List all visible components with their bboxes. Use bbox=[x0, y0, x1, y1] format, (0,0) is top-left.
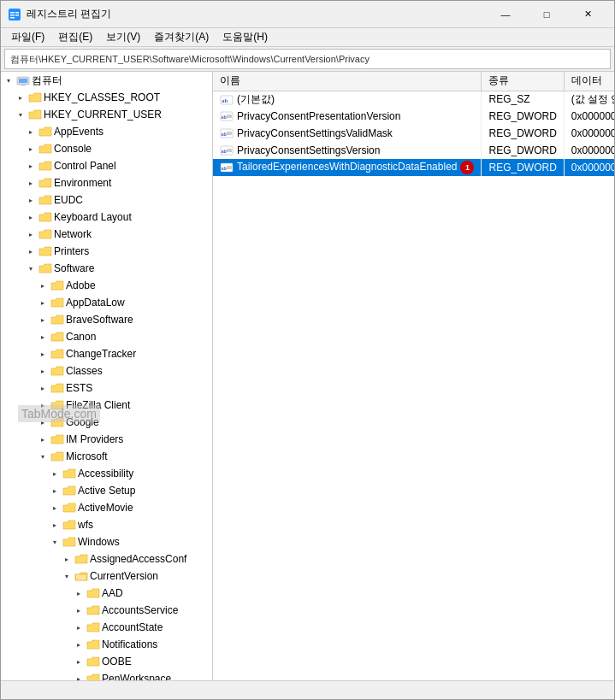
tree-item-1[interactable]: Console bbox=[1, 140, 212, 157]
folder-icon-29 bbox=[86, 621, 100, 633]
tree-item-6[interactable]: Network bbox=[1, 226, 212, 243]
svg-rect-3 bbox=[10, 17, 15, 19]
tree-item-hkcu[interactable]: HKEY_CURRENT_USER bbox=[1, 106, 212, 123]
svg-marker-27 bbox=[51, 401, 63, 409]
svg-marker-9 bbox=[29, 93, 41, 102]
tree-item-10[interactable]: AppDataLow bbox=[1, 294, 212, 311]
svg-marker-28 bbox=[51, 418, 63, 426]
tree-item-32[interactable]: PenWorkspace bbox=[1, 670, 212, 680]
expand-arrow-22 bbox=[49, 502, 61, 514]
menu-item-a[interactable]: 즐겨찾기(A) bbox=[147, 28, 216, 46]
tree-label-7: Printers bbox=[54, 245, 89, 257]
close-button[interactable]: ✕ bbox=[568, 1, 607, 28]
svg-marker-17 bbox=[39, 230, 51, 238]
tree-item-8[interactable]: Software bbox=[1, 260, 212, 277]
tree-item-12[interactable]: Canon bbox=[1, 328, 212, 345]
tree-item-26[interactable]: CurrentVersion bbox=[1, 568, 212, 585]
tree-item-23[interactable]: wfs bbox=[1, 516, 212, 533]
tree-item-30[interactable]: Notifications bbox=[1, 636, 212, 653]
tree-item-13[interactable]: ChangeTracker bbox=[1, 345, 212, 362]
tree-label-9: Adobe bbox=[66, 279, 96, 291]
cell-data-2: 0x0000003f (63) bbox=[564, 125, 614, 142]
expand-arrow-6 bbox=[25, 228, 37, 240]
tree-label-15: ESTS bbox=[66, 382, 92, 394]
reg-icon-3: ab bbox=[220, 144, 234, 156]
minimize-button[interactable]: — bbox=[486, 1, 525, 28]
tree-item-19[interactable]: Microsoft bbox=[1, 448, 212, 465]
table-row-4[interactable]: abTailoredExperiencesWithDiagnosticDataE… bbox=[213, 159, 614, 176]
expand-arrow-1 bbox=[25, 143, 37, 155]
svg-rect-60 bbox=[227, 149, 232, 152]
tree-item-21[interactable]: Active Setup bbox=[1, 482, 212, 499]
tree-item-31[interactable]: OOBE bbox=[1, 653, 212, 670]
tree-label-29: AccountState bbox=[102, 621, 163, 633]
tree-item-7[interactable]: Printers bbox=[1, 243, 212, 260]
folder-icon-32 bbox=[86, 673, 100, 680]
expand-arrow-2 bbox=[25, 160, 37, 172]
expand-arrow-25 bbox=[61, 553, 73, 565]
table-row-2[interactable]: abPrivacyConsentSettingsValidMaskREG_DWO… bbox=[213, 125, 614, 142]
svg-rect-54 bbox=[227, 115, 232, 118]
cell-name-2: abPrivacyConsentSettingsValidMask bbox=[213, 125, 482, 142]
expand-arrow-30 bbox=[73, 638, 85, 650]
svg-marker-18 bbox=[39, 247, 51, 256]
window-controls: — □ ✕ bbox=[486, 1, 607, 28]
col-data: 데이터 bbox=[564, 72, 614, 91]
tree-item-24[interactable]: Windows bbox=[1, 533, 212, 550]
tree-label-5: Keyboard Layout bbox=[54, 211, 132, 223]
tree-item-18[interactable]: IM Providers bbox=[1, 431, 212, 448]
folder-icon-19 bbox=[50, 450, 64, 462]
svg-marker-39 bbox=[87, 589, 99, 597]
expand-arrow-18 bbox=[37, 433, 49, 445]
tree-item-2[interactable]: Control Panel bbox=[1, 157, 212, 174]
maximize-button[interactable]: □ bbox=[527, 1, 566, 28]
table-row-3[interactable]: abPrivacyConsentSettingsVersionREG_DWORD… bbox=[213, 142, 614, 159]
expand-arrow-12 bbox=[37, 331, 49, 343]
tree-item-29[interactable]: AccountState bbox=[1, 619, 212, 636]
svg-rect-5 bbox=[15, 15, 19, 16]
computer-icon bbox=[16, 74, 30, 86]
tree-item-22[interactable]: ActiveMovie bbox=[1, 499, 212, 516]
folder-icon-9 bbox=[50, 279, 64, 291]
expand-hkcu bbox=[15, 109, 27, 121]
tree-item-20[interactable]: Accessibility bbox=[1, 465, 212, 482]
expand-arrow-23 bbox=[49, 519, 61, 531]
tree-item-28[interactable]: AccountsService bbox=[1, 602, 212, 619]
tree-item-14[interactable]: Classes bbox=[1, 362, 212, 379]
cell-type-0: REG_SZ bbox=[482, 91, 564, 108]
reg-name-2: PrivacyConsentSettingsValidMask bbox=[237, 127, 393, 139]
tree-label-0: AppEvents bbox=[54, 126, 103, 138]
tree-item-17[interactable]: Google bbox=[1, 414, 212, 431]
expand-arrow-13 bbox=[37, 348, 49, 360]
tree-item-15[interactable]: ESTS bbox=[1, 379, 212, 397]
folder-icon-10 bbox=[50, 297, 64, 309]
tree-item-16[interactable]: FileZilla Client bbox=[1, 397, 212, 414]
cell-name-3: abPrivacyConsentSettingsVersion bbox=[213, 142, 482, 159]
tree-item-hkcr[interactable]: HKEY_CLASSES_ROOT bbox=[1, 89, 212, 106]
folder-icon-13 bbox=[50, 348, 64, 360]
folder-icon-16 bbox=[50, 399, 64, 411]
tree-item-3[interactable]: Environment bbox=[1, 174, 212, 191]
tree-item-27[interactable]: AAD bbox=[1, 585, 212, 602]
table-row-0[interactable]: ab(기본값)REG_SZ(값 설정 안 됨) bbox=[213, 91, 614, 108]
tree-item-computer[interactable]: 컴퓨터 bbox=[1, 72, 212, 89]
tree-label-20: Accessibility bbox=[78, 468, 133, 479]
tree-item-25[interactable]: AssignedAccessConf bbox=[1, 550, 212, 568]
svg-marker-42 bbox=[87, 640, 99, 649]
svg-marker-29 bbox=[51, 435, 63, 444]
tree-item-0[interactable]: AppEvents bbox=[1, 123, 212, 140]
expand-arrow-20 bbox=[49, 468, 61, 479]
svg-rect-4 bbox=[15, 12, 19, 14]
tree-item-11[interactable]: BraveSoftware bbox=[1, 311, 212, 328]
menu-item-f[interactable]: 파일(F) bbox=[4, 28, 51, 46]
tree-item-9[interactable]: Adobe bbox=[1, 277, 212, 294]
folder-icon-20 bbox=[62, 468, 76, 479]
tree-item-4[interactable]: EUDC bbox=[1, 191, 212, 209]
menu-item-v[interactable]: 보기(V) bbox=[99, 28, 147, 46]
table-row-1[interactable]: abPrivacyConsentPresentationVersionREG_D… bbox=[213, 108, 614, 125]
tree-item-5[interactable]: Keyboard Layout bbox=[1, 209, 212, 226]
menu-item-e[interactable]: 편집(E) bbox=[51, 28, 99, 46]
menu-item-h[interactable]: 도움말(H) bbox=[216, 28, 275, 46]
expand-arrow-0 bbox=[25, 126, 37, 138]
svg-marker-21 bbox=[51, 298, 63, 307]
